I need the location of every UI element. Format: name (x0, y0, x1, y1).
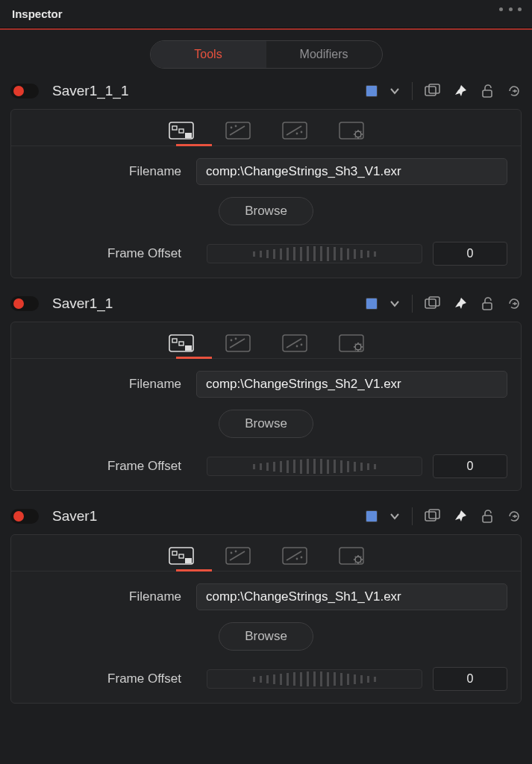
tab-legal-icon[interactable] (279, 545, 310, 566)
pin-icon[interactable] (453, 509, 468, 524)
tab-file-icon[interactable] (166, 545, 197, 566)
frame-offset-label: Frame Offset (25, 459, 196, 474)
lock-icon[interactable] (480, 296, 495, 311)
frame-offset-scrubber[interactable] (207, 669, 422, 689)
filename-label: Filename (25, 164, 196, 179)
lock-icon[interactable] (480, 509, 495, 524)
filename-input[interactable] (196, 583, 507, 610)
chevron-down-icon[interactable] (389, 298, 400, 309)
svg-rect-4 (172, 126, 177, 130)
enable-toggle[interactable] (10, 84, 39, 98)
browse-button[interactable]: Browse (219, 197, 313, 225)
node-name: Saver1_1_1 (52, 83, 128, 99)
tile-color-chip[interactable] (366, 298, 378, 310)
node-tab-strip (11, 322, 521, 359)
tab-settings-icon[interactable] (336, 545, 367, 566)
reset-icon[interactable] (507, 296, 522, 311)
tab-format-icon[interactable] (222, 120, 254, 141)
node-card: Filename Browse Frame Offset (10, 322, 522, 491)
options-menu-icon[interactable] (499, 7, 522, 11)
active-tab-underline (176, 569, 212, 572)
svg-rect-31 (429, 510, 439, 519)
frame-offset-input[interactable] (433, 242, 507, 266)
tab-settings-icon[interactable] (336, 120, 367, 141)
tab-tools[interactable]: Tools (151, 41, 266, 68)
filename-row: Filename (11, 146, 521, 185)
tab-file-icon[interactable] (166, 333, 197, 354)
svg-rect-2 (483, 90, 492, 97)
versions-icon[interactable] (425, 509, 441, 524)
filename-input[interactable] (196, 371, 507, 398)
tile-color-chip[interactable] (366, 510, 378, 522)
divider (412, 295, 413, 313)
node-header: Saver1_1 (0, 290, 532, 319)
enable-toggle[interactable] (10, 509, 39, 524)
active-tab-underline (176, 357, 212, 359)
svg-point-26 (295, 345, 298, 348)
svg-point-27 (300, 344, 302, 346)
svg-rect-6 (185, 133, 192, 138)
frame-offset-scrubber[interactable] (207, 244, 422, 263)
svg-point-8 (230, 127, 232, 129)
lock-icon[interactable] (480, 84, 495, 98)
svg-rect-1 (429, 84, 439, 93)
tab-legal-icon[interactable] (279, 333, 310, 354)
node-header: Saver1_1_1 (0, 78, 532, 106)
filename-row: Filename (11, 572, 521, 610)
tile-color-chip[interactable] (366, 85, 378, 97)
node-card: Filename Browse Frame Offset (10, 109, 522, 278)
versions-icon[interactable] (425, 84, 441, 98)
svg-rect-21 (185, 345, 192, 351)
pin-icon[interactable] (453, 296, 468, 311)
chevron-down-icon[interactable] (389, 511, 400, 522)
chevron-down-icon[interactable] (389, 86, 400, 96)
svg-point-11 (295, 133, 298, 135)
tab-format-icon[interactable] (222, 333, 254, 354)
browse-button[interactable]: Browse (219, 622, 313, 651)
pin-icon[interactable] (453, 84, 468, 98)
frame-offset-label: Frame Offset (25, 671, 196, 686)
enable-toggle[interactable] (10, 296, 39, 311)
svg-rect-19 (172, 339, 177, 342)
reset-icon[interactable] (507, 84, 522, 98)
svg-rect-32 (483, 516, 492, 522)
frame-offset-input[interactable] (433, 454, 507, 478)
tab-settings-icon[interactable] (336, 333, 367, 354)
svg-rect-36 (185, 558, 192, 563)
svg-rect-0 (425, 87, 436, 96)
filename-label: Filename (25, 589, 196, 604)
node-name: Saver1_1 (52, 295, 113, 312)
tab-legal-icon[interactable] (279, 120, 310, 141)
svg-point-12 (300, 131, 302, 134)
node-name: Saver1 (52, 508, 97, 525)
svg-point-41 (295, 558, 298, 560)
svg-rect-17 (483, 303, 492, 310)
frame-offset-row: Frame Offset (11, 651, 521, 691)
filename-input[interactable] (196, 158, 507, 185)
node-tab-strip (11, 110, 521, 146)
versions-icon[interactable] (425, 296, 441, 311)
svg-point-23 (230, 339, 232, 342)
frame-offset-scrubber[interactable] (207, 457, 422, 476)
node-header: Saver1 (0, 503, 532, 531)
svg-point-38 (230, 552, 232, 554)
reset-icon[interactable] (507, 509, 522, 524)
filename-label: Filename (25, 377, 196, 392)
frame-offset-row: Frame Offset (11, 438, 521, 478)
svg-point-44 (355, 557, 361, 563)
svg-point-42 (300, 557, 302, 559)
svg-point-24 (234, 338, 237, 340)
svg-rect-34 (172, 551, 177, 555)
svg-rect-30 (425, 512, 436, 521)
svg-rect-5 (179, 129, 184, 133)
tab-modifiers[interactable]: Modifiers (266, 41, 382, 68)
browse-button[interactable]: Browse (219, 410, 313, 438)
svg-point-9 (234, 125, 237, 128)
frame-offset-input[interactable] (433, 667, 507, 691)
tab-format-icon[interactable] (222, 545, 254, 566)
accent-divider (0, 28, 532, 30)
tab-file-icon[interactable] (166, 120, 197, 141)
svg-rect-15 (425, 299, 436, 308)
svg-rect-20 (179, 342, 184, 345)
panel-title-bar: Inspector (0, 0, 532, 28)
